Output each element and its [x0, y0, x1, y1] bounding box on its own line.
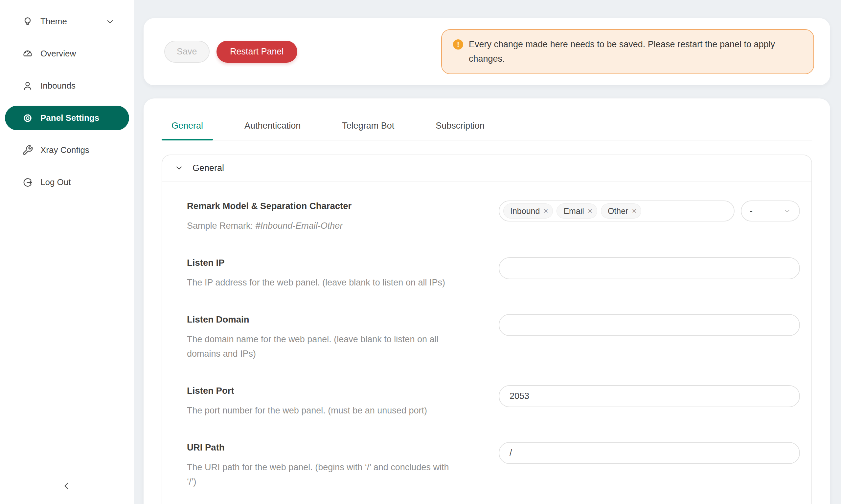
- sidebar-item-panel-settings[interactable]: Panel Settings: [5, 106, 129, 130]
- tab-general[interactable]: General: [161, 113, 213, 140]
- sidebar: Theme Overview Inbounds Panel Settings: [0, 0, 134, 504]
- tab-subscription[interactable]: Subscription: [426, 113, 494, 140]
- chevron-down-icon: [105, 17, 115, 26]
- settings-card: General Authentication Telegram Bot Subs…: [143, 98, 830, 504]
- field-description: The port number for the web panel. (must…: [187, 403, 456, 418]
- sidebar-item-inbounds[interactable]: Inbounds: [5, 73, 129, 98]
- general-collapse-panel: General Remark Model & Separation Charac…: [161, 155, 812, 504]
- uri-path-input[interactable]: [499, 442, 800, 464]
- listen-domain-input[interactable]: [499, 314, 800, 336]
- logout-icon: [22, 177, 33, 188]
- separator-value: -: [750, 206, 753, 216]
- sidebar-item-xray-configs[interactable]: Xray Configs: [5, 138, 129, 162]
- sidebar-item-label: Xray Configs: [40, 145, 89, 155]
- general-collapse-header[interactable]: General: [162, 155, 811, 181]
- sidebar-collapse-button[interactable]: [55, 474, 78, 498]
- form-row-listen-ip: Listen IP The IP address for the web pan…: [187, 257, 800, 290]
- close-icon[interactable]: ×: [543, 207, 548, 215]
- field-label: Remark Model & Separation Character: [187, 200, 479, 211]
- sidebar-item-overview[interactable]: Overview: [5, 41, 129, 66]
- toolbar-card: Save Restart Panel ! Every change made h…: [143, 18, 830, 85]
- field-label: Listen Domain: [187, 314, 479, 325]
- main-content: Save Restart Panel ! Every change made h…: [134, 0, 841, 504]
- general-form: Remark Model & Separation Character Samp…: [162, 181, 811, 504]
- sidebar-item-theme[interactable]: Theme: [5, 9, 129, 34]
- restart-panel-button[interactable]: Restart Panel: [217, 41, 297, 63]
- tag-other[interactable]: Other ×: [601, 203, 641, 218]
- user-icon: [22, 80, 33, 92]
- remark-model-multiselect[interactable]: Inbound × Email × Other ×: [499, 200, 735, 221]
- gear-icon: [22, 112, 33, 124]
- close-icon[interactable]: ×: [588, 207, 592, 215]
- tag-email[interactable]: Email ×: [556, 203, 597, 218]
- chevron-down-icon: [175, 164, 183, 172]
- restart-warning-alert: ! Every change made here needs to be sav…: [441, 29, 814, 74]
- field-label: Listen IP: [187, 257, 479, 268]
- form-row-remark-model: Remark Model & Separation Character Samp…: [187, 200, 800, 233]
- dashboard-icon: [22, 48, 33, 59]
- chevron-left-icon: [61, 480, 73, 492]
- save-button[interactable]: Save: [164, 41, 210, 63]
- field-description: The URI path for the web panel. (begins …: [187, 460, 456, 489]
- sidebar-item-label: Panel Settings: [40, 113, 99, 123]
- form-row-listen-domain: Listen Domain The domain name for the we…: [187, 314, 800, 361]
- chevron-down-icon: [783, 207, 791, 215]
- sidebar-item-logout[interactable]: Log Out: [5, 170, 129, 195]
- wrench-icon: [22, 145, 33, 156]
- warning-icon: !: [453, 39, 463, 50]
- listen-ip-input[interactable]: [499, 257, 800, 279]
- sidebar-item-label: Log Out: [40, 177, 71, 187]
- sidebar-item-label: Theme: [40, 16, 67, 26]
- form-row-listen-port: Listen Port The port number for the web …: [187, 385, 800, 418]
- sidebar-item-label: Overview: [40, 49, 76, 59]
- close-icon[interactable]: ×: [632, 207, 636, 215]
- sidebar-item-label: Inbounds: [40, 81, 75, 91]
- field-label: Listen Port: [187, 385, 479, 396]
- field-description: The domain name for the web panel. (leav…: [187, 332, 456, 361]
- form-row-uri-path: URI Path The URI path for the web panel.…: [187, 442, 800, 489]
- tab-telegram-bot[interactable]: Telegram Bot: [332, 113, 404, 140]
- separator-select[interactable]: -: [741, 200, 800, 221]
- field-label: URI Path: [187, 442, 479, 453]
- tag-inbound[interactable]: Inbound ×: [503, 203, 553, 218]
- field-description: Sample Remark: #Inbound-Email-Other: [187, 218, 456, 233]
- panel-title: General: [192, 163, 224, 173]
- alert-message: Every change made here needs to be saved…: [469, 37, 802, 66]
- bulb-icon: [22, 16, 33, 27]
- field-description: The IP address for the web panel. (leave…: [187, 275, 456, 290]
- app-root: Theme Overview Inbounds Panel Settings: [0, 0, 841, 504]
- listen-port-input[interactable]: [499, 385, 800, 407]
- sample-remark: #Inbound-Email-Other: [256, 221, 343, 231]
- toolbar-buttons: Save Restart Panel: [164, 41, 297, 63]
- settings-tabs: General Authentication Telegram Bot Subs…: [161, 113, 812, 141]
- tab-authentication[interactable]: Authentication: [235, 113, 310, 140]
